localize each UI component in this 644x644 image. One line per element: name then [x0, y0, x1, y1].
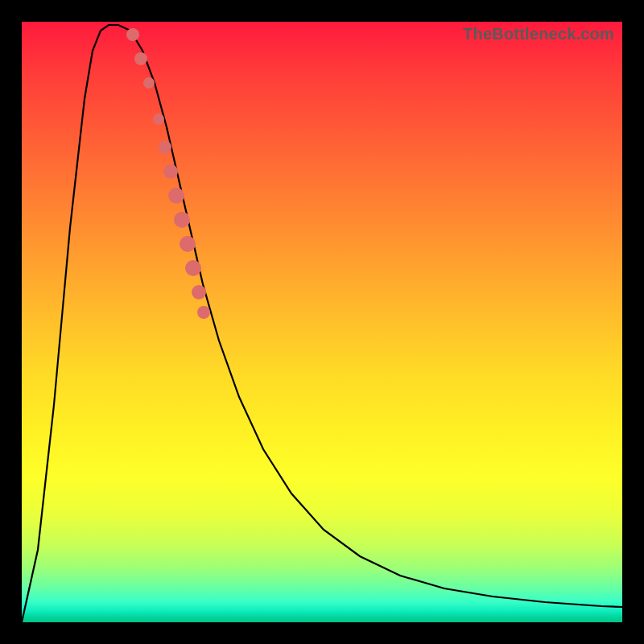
data-marker — [143, 77, 155, 89]
data-marker — [134, 52, 147, 65]
data-marker — [126, 28, 139, 41]
bottleneck-curve — [22, 25, 622, 622]
chart-frame: TheBottleneck.com — [0, 0, 644, 644]
marker-group — [126, 28, 210, 319]
data-marker — [153, 114, 164, 125]
data-marker — [159, 141, 171, 154]
data-marker — [197, 306, 210, 319]
data-marker — [168, 188, 184, 204]
data-marker — [192, 285, 206, 299]
data-marker — [163, 164, 178, 179]
data-marker — [174, 212, 190, 228]
data-marker — [180, 236, 196, 252]
curve-svg — [22, 22, 622, 622]
data-marker — [185, 260, 201, 276]
plot-area: TheBottleneck.com — [22, 22, 622, 622]
